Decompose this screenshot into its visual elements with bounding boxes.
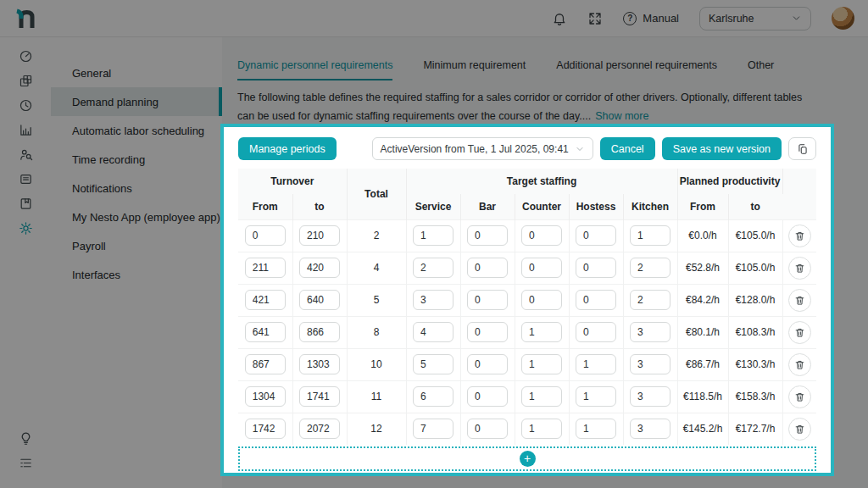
turnover-to-input[interactable] xyxy=(299,322,340,342)
service-input[interactable] xyxy=(413,290,453,310)
dashboard-icon[interactable] xyxy=(18,48,33,64)
hostess-input[interactable] xyxy=(576,386,616,407)
counter-input[interactable] xyxy=(521,322,562,342)
bar-input[interactable] xyxy=(467,419,508,439)
counter-input[interactable] xyxy=(521,290,562,310)
location-dropdown[interactable]: Karlsruhe xyxy=(699,7,811,30)
kitchen-input[interactable] xyxy=(630,258,670,278)
expand-icon[interactable] xyxy=(587,11,603,26)
hostess-input[interactable] xyxy=(576,290,616,310)
tab-bar: Dynamic personnel requirements Minimum r… xyxy=(222,37,868,80)
kitchen-input[interactable] xyxy=(630,354,670,374)
bar-input[interactable] xyxy=(467,386,508,407)
chart-icon[interactable] xyxy=(18,122,33,137)
sidebar-item-general[interactable]: General xyxy=(51,58,222,87)
service-input[interactable] xyxy=(413,258,453,278)
version-dropdown[interactable]: ActiveVersion from Tue, 1 Jul 2025, 09:4… xyxy=(372,137,593,160)
tab-additional-personnel-requirements[interactable]: Additional personnel requirements xyxy=(556,59,717,80)
list-icon[interactable] xyxy=(18,455,33,470)
service-input[interactable] xyxy=(413,354,453,374)
hostess-input[interactable] xyxy=(576,419,616,439)
counter-input[interactable] xyxy=(521,225,562,246)
sidebar-item-my-nesto-app[interactable]: My Nesto App (employee app) xyxy=(51,202,222,231)
kitchen-input[interactable] xyxy=(630,419,670,439)
tab-minimum-requirement[interactable]: Minimum requirement xyxy=(423,59,526,80)
show-more-link[interactable]: Show more xyxy=(595,110,648,122)
turnover-from-input[interactable] xyxy=(245,322,286,342)
save-as-new-version-button[interactable]: Save as new version xyxy=(662,137,782,160)
bar-input[interactable] xyxy=(467,225,508,246)
gear-icon[interactable] xyxy=(18,220,33,236)
turnover-to-input[interactable] xyxy=(299,419,340,439)
sidebar-item-demand-planning[interactable]: Demand planning xyxy=(51,87,222,116)
counter-input[interactable] xyxy=(521,354,562,374)
bar-input[interactable] xyxy=(467,290,508,310)
avatar[interactable] xyxy=(832,7,854,30)
sidebar-item-payroll[interactable]: Payroll xyxy=(51,231,222,260)
service-input[interactable] xyxy=(413,419,453,439)
delete-row-button[interactable] xyxy=(788,225,811,247)
turnover-to-input[interactable] xyxy=(299,225,340,246)
turnover-from-input[interactable] xyxy=(245,386,286,407)
clock-icon[interactable] xyxy=(18,97,33,113)
counter-input[interactable] xyxy=(521,419,562,439)
chevron-down-icon xyxy=(791,13,802,24)
turnover-from-input[interactable] xyxy=(245,225,286,246)
add-row-button[interactable] xyxy=(520,451,536,467)
total-value: 11 xyxy=(371,391,381,402)
kitchen-input[interactable] xyxy=(630,290,670,310)
turnover-from-input[interactable] xyxy=(245,354,286,374)
manual-button[interactable]: Manual xyxy=(623,12,679,25)
bar-input[interactable] xyxy=(467,258,508,278)
kitchen-input[interactable] xyxy=(630,225,670,246)
manual-label: Manual xyxy=(643,12,679,25)
hostess-input[interactable] xyxy=(576,354,616,374)
hostess-input[interactable] xyxy=(576,258,616,278)
manage-periods-button[interactable]: Manage periods xyxy=(238,137,337,160)
kitchen-input[interactable] xyxy=(630,322,670,342)
turnover-to-input[interactable] xyxy=(299,386,340,407)
tab-other[interactable]: Other xyxy=(748,59,774,80)
productivity-to: €172.7/h xyxy=(736,423,776,435)
turnover-to-input[interactable] xyxy=(299,258,340,278)
kitchen-input[interactable] xyxy=(630,386,670,407)
sidebar-item-interfaces[interactable]: Interfaces xyxy=(51,260,222,289)
sidebar-item-automatic-labor-scheduling[interactable]: Automatic labor scheduling xyxy=(51,116,222,145)
delete-row-button[interactable] xyxy=(788,418,811,441)
turnover-from-input[interactable] xyxy=(245,290,286,310)
column-header-service: Service xyxy=(406,194,460,219)
cancel-button[interactable]: Cancel xyxy=(600,137,655,160)
table-row: 4€52.8/h€105.0/h xyxy=(238,252,816,284)
bell-icon[interactable] xyxy=(552,11,567,26)
card-icon[interactable] xyxy=(18,171,33,186)
hostess-input[interactable] xyxy=(576,322,616,342)
service-input[interactable] xyxy=(413,386,453,407)
copy-button[interactable] xyxy=(788,137,816,160)
delete-row-button[interactable] xyxy=(788,321,811,344)
lightbulb-icon[interactable] xyxy=(18,430,33,446)
counter-input[interactable] xyxy=(521,258,562,278)
counter-input[interactable] xyxy=(521,386,562,407)
sidebar-item-notifications[interactable]: Notifications xyxy=(51,174,222,202)
bar-input[interactable] xyxy=(467,354,508,374)
delete-row-button[interactable] xyxy=(788,257,811,280)
service-input[interactable] xyxy=(413,322,453,342)
turnover-to-input[interactable] xyxy=(299,290,340,310)
turnover-from-input[interactable] xyxy=(245,258,286,278)
delete-row-button[interactable] xyxy=(788,353,811,376)
schedule-icon[interactable] xyxy=(18,73,33,88)
turnover-to-input[interactable] xyxy=(299,354,340,374)
bar-input[interactable] xyxy=(467,322,508,342)
total-value: 8 xyxy=(374,326,380,338)
sidebar-item-time-recording[interactable]: Time recording xyxy=(51,145,222,174)
employees-icon[interactable] xyxy=(18,147,33,162)
delete-row-button[interactable] xyxy=(788,289,811,312)
turnover-from-input[interactable] xyxy=(245,419,286,439)
service-input[interactable] xyxy=(413,225,453,246)
delete-row-button[interactable] xyxy=(788,385,811,408)
chevron-down-icon xyxy=(575,144,585,154)
hostess-input[interactable] xyxy=(576,225,616,246)
panel-toolbar: Manage periods ActiveVersion from Tue, 1… xyxy=(238,137,816,160)
tab-dynamic-personnel-requirements[interactable]: Dynamic personnel requirements xyxy=(237,59,392,80)
bookmark-icon[interactable] xyxy=(18,196,33,211)
